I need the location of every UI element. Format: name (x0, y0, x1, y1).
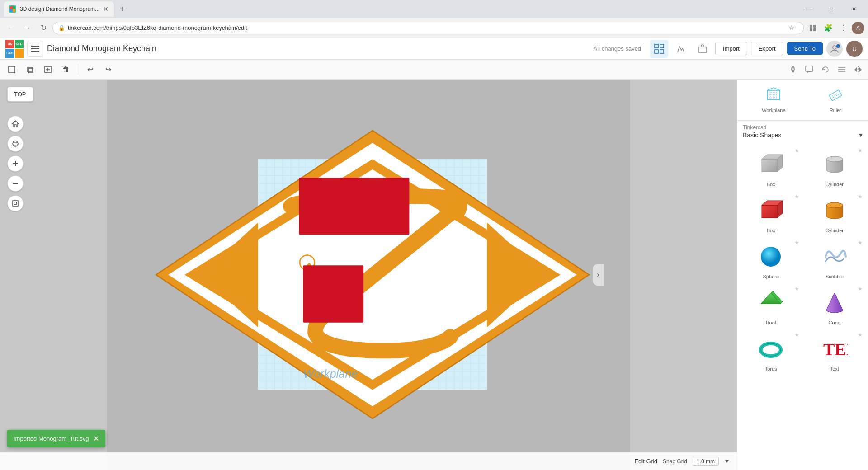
redo-tool[interactable]: ↪ (100, 61, 116, 78)
select-tool[interactable] (4, 61, 20, 78)
copy-tool[interactable] (22, 61, 38, 78)
shape-item-cylinder-orange[interactable]: ★ Cylinder (803, 191, 867, 237)
export-button[interactable]: Export (751, 42, 783, 55)
refresh-button[interactable]: ↻ (36, 21, 51, 35)
shape-item-torus[interactable]: ★ Torus (739, 329, 803, 375)
user-avatar[interactable]: U (846, 41, 863, 57)
shape-item-cone[interactable]: ★ Cone (803, 283, 867, 329)
shape-favorite-star[interactable]: ★ (858, 286, 863, 292)
edit-grid-button[interactable]: Edit Grid (634, 458, 657, 465)
align-icon[interactable] (835, 63, 848, 76)
briefcase-view-button[interactable] (693, 40, 712, 58)
shape-item-sphere[interactable]: ★ Sphere (739, 237, 803, 283)
flip-icon[interactable] (852, 63, 864, 76)
profile-avatar[interactable]: A (852, 22, 864, 34)
snap-grid-value[interactable]: 1.0 mm (693, 457, 719, 466)
url-bar[interactable]: 🔒 tinkercad.com/things/0qfo3ElZ6kq-diamo… (52, 22, 804, 34)
shape-item-scribble[interactable]: ★ Scribble (803, 237, 867, 283)
svg-rect-26 (806, 66, 813, 71)
forward-button[interactable]: → (20, 21, 34, 35)
location-icon[interactable] (787, 63, 799, 76)
project-name[interactable]: Diamond Monogram Keychain (47, 44, 590, 53)
viewport[interactable]: TOP (0, 80, 737, 470)
shape-cylinder-orange-label: Cylinder (826, 228, 844, 233)
logo-ker: KER (15, 40, 24, 49)
svg-rect-6 (810, 28, 812, 31)
tab-close-btn[interactable]: ✕ (103, 5, 108, 13)
snap-grid-dropdown-icon[interactable] (724, 459, 730, 464)
shape-text-icon: TEXT (820, 334, 849, 363)
user-icon[interactable]: + (826, 41, 843, 57)
svg-rect-123 (762, 159, 777, 172)
shape-favorite-star[interactable]: ★ (858, 147, 863, 154)
shape-cylinder-orange-icon (820, 196, 849, 225)
ruler-icon (827, 87, 844, 106)
shape-favorite-star[interactable]: ★ (858, 193, 863, 200)
shape-item-box-gray[interactable]: ★ Box (739, 145, 803, 191)
orbit-button[interactable] (7, 136, 24, 152)
puzzle-icon[interactable]: 🧩 (821, 21, 835, 35)
paste-tool[interactable] (40, 61, 56, 78)
shape-favorite-star[interactable]: ★ (794, 332, 799, 338)
saved-status: All changes saved (594, 45, 642, 52)
shape-favorite-star[interactable]: ★ (794, 240, 799, 246)
svg-line-122 (838, 94, 839, 95)
svg-rect-4 (810, 25, 812, 28)
shape-favorite-star[interactable]: ★ (794, 286, 799, 292)
pick-view-button[interactable] (672, 40, 690, 58)
import-button[interactable]: Import (715, 42, 747, 55)
svg-line-108 (774, 88, 780, 90)
svg-line-107 (767, 88, 774, 90)
fit-view-button[interactable] (7, 195, 24, 212)
svg-text:TEXT: TEXT (823, 340, 848, 359)
zoom-out-button[interactable] (7, 175, 24, 192)
close-button[interactable]: ✕ (844, 0, 864, 18)
minimize-button[interactable]: — (798, 0, 819, 18)
logo-pad (15, 49, 24, 58)
shape-item-cylinder-gray[interactable]: ★ Cylinder (803, 145, 867, 191)
svg-line-121 (835, 94, 837, 96)
svg-rect-14 (660, 50, 664, 53)
shape-favorite-star[interactable]: ★ (794, 193, 799, 200)
send-to-button[interactable]: Send To (787, 42, 823, 55)
workplane-panel-button[interactable]: Workplane (758, 83, 789, 117)
zoom-in-button[interactable] (7, 155, 24, 172)
tab-title: 3D design Diamond Monogram... (20, 6, 99, 12)
ruler-panel-button[interactable]: Ruler (824, 83, 847, 117)
maximize-button[interactable]: ◻ (821, 0, 842, 18)
shapes-header: Tinkercad Basic Shapes ▾ (737, 121, 868, 143)
window-controls: — ◻ ✕ (798, 0, 864, 18)
back-button[interactable]: ← (4, 21, 18, 35)
shape-roof-icon (756, 288, 785, 317)
refresh-icon[interactable] (819, 63, 832, 76)
shape-item-box-red[interactable]: ★ Box (739, 191, 803, 237)
shape-item-roof[interactable]: ★ Roof (739, 283, 803, 329)
panel-toggle-chevron[interactable]: › (593, 264, 604, 286)
toolbar-right (787, 63, 864, 76)
lock-icon: 🔒 (58, 25, 65, 31)
comment-icon[interactable] (803, 63, 816, 76)
shapes-dropdown-icon[interactable]: ▾ (859, 131, 863, 139)
svg-point-37 (14, 202, 17, 205)
new-tab-button[interactable]: + (116, 3, 128, 15)
svg-rect-8 (31, 46, 39, 47)
home-view-button[interactable] (7, 116, 24, 132)
toast-close-button[interactable]: ✕ (93, 434, 99, 443)
delete-tool[interactable]: 🗑 (58, 61, 74, 78)
hamburger-button[interactable] (27, 41, 43, 57)
undo-tool[interactable]: ↩ (82, 61, 98, 78)
active-tab[interactable]: 3D design Diamond Monogram... ✕ (4, 1, 114, 17)
grid-view-button[interactable] (650, 40, 668, 58)
header-right: Import Export Send To + U (650, 40, 863, 58)
shape-favorite-star[interactable]: ★ (858, 332, 863, 338)
extensions-icon[interactable] (806, 21, 820, 35)
more-icon[interactable]: ⋮ (836, 21, 851, 35)
shape-item-text[interactable]: ★ TEXT Text (803, 329, 867, 375)
bookmark-icon[interactable]: ☆ (785, 22, 798, 34)
tinkercad-logo: TIN KER CAD (5, 40, 24, 58)
top-view-button[interactable]: TOP (7, 87, 33, 102)
panel-top-buttons: Workplane Ruler (737, 80, 868, 121)
shape-favorite-star[interactable]: ★ (858, 240, 863, 246)
shape-favorite-star[interactable]: ★ (794, 147, 799, 154)
design-canvas: Workplane (0, 80, 737, 470)
